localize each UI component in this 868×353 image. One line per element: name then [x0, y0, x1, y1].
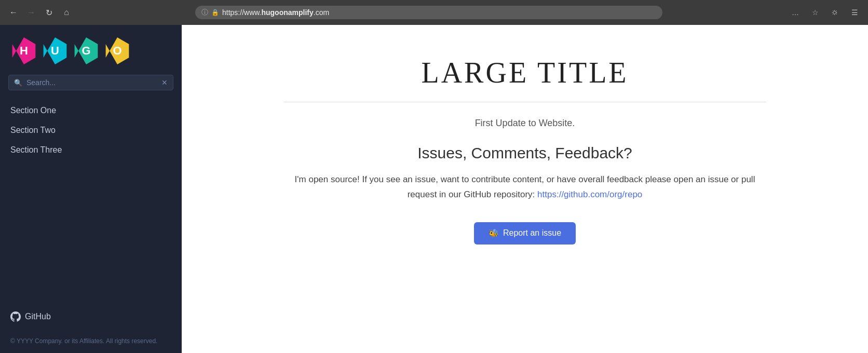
sidebar-item-section-three[interactable]: Section Three: [10, 140, 171, 160]
logo-area: H U G O: [0, 25, 182, 75]
logo-H: H: [10, 37, 37, 64]
address-text: https://www.hugoonamplify.com: [222, 8, 656, 17]
description-text: I'm open source! If you see an issue, wa…: [291, 172, 758, 202]
url-prefix: https://www.: [222, 8, 261, 17]
sidebar-item-section-one[interactable]: Section One: [10, 101, 171, 120]
url-highlight: hugoonamplify: [261, 8, 313, 17]
copyright-text: © YYYY Company. or its Affiliates. All r…: [0, 329, 182, 353]
search-icon: 🔍: [14, 79, 22, 87]
url-suffix: .com: [314, 8, 329, 17]
github-repo-link[interactable]: https://github.com/org/repo: [537, 189, 642, 199]
main-content: LARGE TITLE First Update to Website. Iss…: [182, 25, 868, 353]
browser-chrome: ← → ↻ ⌂ ⓘ 🔒 https://www.hugoonamplify.co…: [0, 0, 868, 25]
browser-actions: … ☆ ⛭ ☰: [788, 5, 862, 20]
refresh-button[interactable]: ↻: [42, 5, 56, 20]
logo-U: U: [42, 37, 69, 64]
logo-G: G: [73, 37, 100, 64]
sidebar-nav: Section One Section Two Section Three: [0, 101, 182, 299]
report-issue-button[interactable]: 🐝 Report an issue: [474, 222, 576, 245]
page-title: LARGE TITLE: [421, 56, 628, 89]
back-button[interactable]: ←: [6, 5, 21, 20]
lock-icon: 🔒: [211, 9, 219, 16]
title-divider: [283, 102, 766, 102]
browser-nav-buttons: ← → ↻ ⌂: [6, 5, 74, 20]
github-label: GitHub: [25, 312, 51, 321]
logo-O: O: [104, 37, 131, 64]
search-box: 🔍 ✕: [8, 75, 173, 90]
search-clear-button[interactable]: ✕: [161, 78, 168, 87]
address-bar[interactable]: ⓘ 🔒 https://www.hugoonamplify.com: [195, 6, 662, 19]
info-icon: ⓘ: [201, 8, 208, 17]
section-heading: Issues, Comments, Feedback?: [417, 144, 632, 162]
app-container: H U G O 🔍 ✕ Section One Section Two Sect…: [0, 25, 868, 353]
search-container: 🔍 ✕: [0, 75, 182, 101]
bug-icon: 🐝: [489, 228, 499, 238]
github-link[interactable]: GitHub: [0, 304, 182, 329]
menu-button[interactable]: ☰: [847, 5, 862, 20]
search-input[interactable]: [26, 78, 157, 87]
extensions-button[interactable]: ⛭: [828, 5, 842, 20]
forward-button[interactable]: →: [24, 5, 38, 20]
github-icon: [10, 311, 21, 322]
sidebar-item-section-two[interactable]: Section Two: [10, 120, 171, 140]
home-button[interactable]: ⌂: [59, 5, 74, 20]
subtitle-text: First Update to Website.: [475, 118, 575, 129]
bookmark-button[interactable]: ☆: [808, 5, 822, 20]
sidebar: H U G O 🔍 ✕ Section One Section Two Sect…: [0, 25, 182, 353]
more-options-button[interactable]: …: [788, 5, 803, 20]
